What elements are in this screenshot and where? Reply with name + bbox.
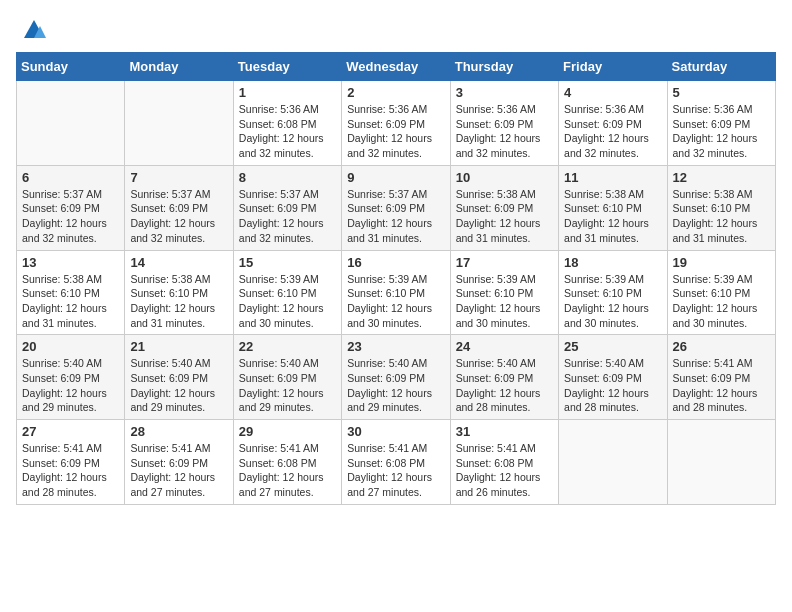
calendar-header-tuesday: Tuesday: [233, 53, 341, 81]
calendar-cell: 17Sunrise: 5:39 AM Sunset: 6:10 PM Dayli…: [450, 250, 558, 335]
day-number: 9: [347, 170, 444, 185]
day-number: 28: [130, 424, 227, 439]
day-info: Sunrise: 5:41 AM Sunset: 6:09 PM Dayligh…: [22, 441, 119, 500]
day-number: 16: [347, 255, 444, 270]
day-number: 14: [130, 255, 227, 270]
calendar-week-row: 20Sunrise: 5:40 AM Sunset: 6:09 PM Dayli…: [17, 335, 776, 420]
calendar-cell: 6Sunrise: 5:37 AM Sunset: 6:09 PM Daylig…: [17, 165, 125, 250]
day-number: 7: [130, 170, 227, 185]
day-info: Sunrise: 5:39 AM Sunset: 6:10 PM Dayligh…: [239, 272, 336, 331]
calendar-cell: 29Sunrise: 5:41 AM Sunset: 6:08 PM Dayli…: [233, 420, 341, 505]
day-info: Sunrise: 5:38 AM Sunset: 6:10 PM Dayligh…: [22, 272, 119, 331]
day-number: 11: [564, 170, 661, 185]
day-info: Sunrise: 5:40 AM Sunset: 6:09 PM Dayligh…: [347, 356, 444, 415]
day-info: Sunrise: 5:40 AM Sunset: 6:09 PM Dayligh…: [239, 356, 336, 415]
day-number: 27: [22, 424, 119, 439]
day-number: 10: [456, 170, 553, 185]
logo: [16, 16, 48, 44]
calendar-cell: 27Sunrise: 5:41 AM Sunset: 6:09 PM Dayli…: [17, 420, 125, 505]
calendar-cell: 21Sunrise: 5:40 AM Sunset: 6:09 PM Dayli…: [125, 335, 233, 420]
day-number: 1: [239, 85, 336, 100]
day-info: Sunrise: 5:41 AM Sunset: 6:08 PM Dayligh…: [239, 441, 336, 500]
day-number: 22: [239, 339, 336, 354]
day-number: 19: [673, 255, 770, 270]
day-info: Sunrise: 5:39 AM Sunset: 6:10 PM Dayligh…: [456, 272, 553, 331]
day-info: Sunrise: 5:39 AM Sunset: 6:10 PM Dayligh…: [564, 272, 661, 331]
calendar-cell: 8Sunrise: 5:37 AM Sunset: 6:09 PM Daylig…: [233, 165, 341, 250]
calendar-cell: [667, 420, 775, 505]
day-number: 5: [673, 85, 770, 100]
day-info: Sunrise: 5:38 AM Sunset: 6:09 PM Dayligh…: [456, 187, 553, 246]
calendar-cell: 4Sunrise: 5:36 AM Sunset: 6:09 PM Daylig…: [559, 81, 667, 166]
day-info: Sunrise: 5:41 AM Sunset: 6:09 PM Dayligh…: [130, 441, 227, 500]
day-info: Sunrise: 5:37 AM Sunset: 6:09 PM Dayligh…: [130, 187, 227, 246]
calendar-week-row: 1Sunrise: 5:36 AM Sunset: 6:08 PM Daylig…: [17, 81, 776, 166]
calendar-cell: 13Sunrise: 5:38 AM Sunset: 6:10 PM Dayli…: [17, 250, 125, 335]
day-number: 24: [456, 339, 553, 354]
day-number: 18: [564, 255, 661, 270]
calendar-cell: 18Sunrise: 5:39 AM Sunset: 6:10 PM Dayli…: [559, 250, 667, 335]
calendar-cell: 10Sunrise: 5:38 AM Sunset: 6:09 PM Dayli…: [450, 165, 558, 250]
calendar-cell: [559, 420, 667, 505]
calendar-cell: 2Sunrise: 5:36 AM Sunset: 6:09 PM Daylig…: [342, 81, 450, 166]
page-header: [16, 16, 776, 44]
day-number: 25: [564, 339, 661, 354]
day-info: Sunrise: 5:40 AM Sunset: 6:09 PM Dayligh…: [456, 356, 553, 415]
day-number: 29: [239, 424, 336, 439]
day-number: 20: [22, 339, 119, 354]
calendar-cell: 14Sunrise: 5:38 AM Sunset: 6:10 PM Dayli…: [125, 250, 233, 335]
day-info: Sunrise: 5:38 AM Sunset: 6:10 PM Dayligh…: [564, 187, 661, 246]
calendar-header-row: SundayMondayTuesdayWednesdayThursdayFrid…: [17, 53, 776, 81]
day-info: Sunrise: 5:37 AM Sunset: 6:09 PM Dayligh…: [347, 187, 444, 246]
calendar-cell: 11Sunrise: 5:38 AM Sunset: 6:10 PM Dayli…: [559, 165, 667, 250]
calendar-cell: 28Sunrise: 5:41 AM Sunset: 6:09 PM Dayli…: [125, 420, 233, 505]
day-info: Sunrise: 5:39 AM Sunset: 6:10 PM Dayligh…: [347, 272, 444, 331]
calendar-cell: 30Sunrise: 5:41 AM Sunset: 6:08 PM Dayli…: [342, 420, 450, 505]
calendar-cell: 25Sunrise: 5:40 AM Sunset: 6:09 PM Dayli…: [559, 335, 667, 420]
calendar-cell: 26Sunrise: 5:41 AM Sunset: 6:09 PM Dayli…: [667, 335, 775, 420]
calendar-cell: 15Sunrise: 5:39 AM Sunset: 6:10 PM Dayli…: [233, 250, 341, 335]
day-info: Sunrise: 5:36 AM Sunset: 6:09 PM Dayligh…: [456, 102, 553, 161]
day-info: Sunrise: 5:41 AM Sunset: 6:08 PM Dayligh…: [347, 441, 444, 500]
day-number: 31: [456, 424, 553, 439]
day-info: Sunrise: 5:40 AM Sunset: 6:09 PM Dayligh…: [22, 356, 119, 415]
day-number: 30: [347, 424, 444, 439]
calendar-cell: 24Sunrise: 5:40 AM Sunset: 6:09 PM Dayli…: [450, 335, 558, 420]
calendar-cell: 9Sunrise: 5:37 AM Sunset: 6:09 PM Daylig…: [342, 165, 450, 250]
logo-icon: [20, 16, 48, 44]
day-number: 23: [347, 339, 444, 354]
calendar-week-row: 13Sunrise: 5:38 AM Sunset: 6:10 PM Dayli…: [17, 250, 776, 335]
calendar-header-saturday: Saturday: [667, 53, 775, 81]
day-number: 6: [22, 170, 119, 185]
calendar-cell: 5Sunrise: 5:36 AM Sunset: 6:09 PM Daylig…: [667, 81, 775, 166]
calendar-header-thursday: Thursday: [450, 53, 558, 81]
day-number: 17: [456, 255, 553, 270]
day-info: Sunrise: 5:36 AM Sunset: 6:08 PM Dayligh…: [239, 102, 336, 161]
day-number: 13: [22, 255, 119, 270]
calendar-cell: 20Sunrise: 5:40 AM Sunset: 6:09 PM Dayli…: [17, 335, 125, 420]
calendar-cell: 19Sunrise: 5:39 AM Sunset: 6:10 PM Dayli…: [667, 250, 775, 335]
calendar-header-wednesday: Wednesday: [342, 53, 450, 81]
day-number: 26: [673, 339, 770, 354]
day-info: Sunrise: 5:36 AM Sunset: 6:09 PM Dayligh…: [564, 102, 661, 161]
calendar-header-sunday: Sunday: [17, 53, 125, 81]
calendar-cell: 31Sunrise: 5:41 AM Sunset: 6:08 PM Dayli…: [450, 420, 558, 505]
calendar-cell: 7Sunrise: 5:37 AM Sunset: 6:09 PM Daylig…: [125, 165, 233, 250]
day-info: Sunrise: 5:36 AM Sunset: 6:09 PM Dayligh…: [673, 102, 770, 161]
day-number: 4: [564, 85, 661, 100]
day-info: Sunrise: 5:41 AM Sunset: 6:09 PM Dayligh…: [673, 356, 770, 415]
calendar-week-row: 27Sunrise: 5:41 AM Sunset: 6:09 PM Dayli…: [17, 420, 776, 505]
calendar-cell: 22Sunrise: 5:40 AM Sunset: 6:09 PM Dayli…: [233, 335, 341, 420]
calendar-cell: [125, 81, 233, 166]
day-info: Sunrise: 5:36 AM Sunset: 6:09 PM Dayligh…: [347, 102, 444, 161]
day-info: Sunrise: 5:40 AM Sunset: 6:09 PM Dayligh…: [130, 356, 227, 415]
day-number: 12: [673, 170, 770, 185]
calendar-header-monday: Monday: [125, 53, 233, 81]
calendar-cell: 23Sunrise: 5:40 AM Sunset: 6:09 PM Dayli…: [342, 335, 450, 420]
calendar-cell: 16Sunrise: 5:39 AM Sunset: 6:10 PM Dayli…: [342, 250, 450, 335]
day-number: 3: [456, 85, 553, 100]
calendar-cell: 1Sunrise: 5:36 AM Sunset: 6:08 PM Daylig…: [233, 81, 341, 166]
day-info: Sunrise: 5:37 AM Sunset: 6:09 PM Dayligh…: [239, 187, 336, 246]
day-info: Sunrise: 5:38 AM Sunset: 6:10 PM Dayligh…: [673, 187, 770, 246]
day-info: Sunrise: 5:38 AM Sunset: 6:10 PM Dayligh…: [130, 272, 227, 331]
